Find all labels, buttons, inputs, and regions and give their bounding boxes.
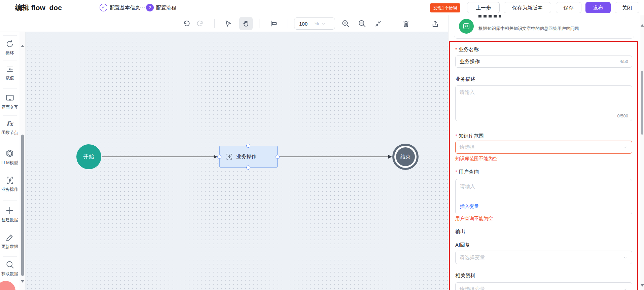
step-connector-dots — [137, 7, 145, 8]
insert-variable-link[interactable]: 插入变量 — [460, 204, 479, 210]
plus-icon — [5, 206, 14, 215]
zoom-in-button[interactable] — [341, 19, 350, 28]
zoom-level-control: % — [294, 17, 335, 30]
connection-handle-top[interactable] — [246, 144, 250, 148]
palette-separator — [3, 61, 17, 61]
undo-button[interactable] — [181, 19, 191, 28]
palette-item-loop[interactable]: 循环 — [0, 40, 20, 56]
palette-item-ui-interaction[interactable]: 界面交互 — [0, 94, 20, 110]
scroll-down-icon[interactable] — [21, 280, 24, 283]
bolt-square-icon — [225, 153, 233, 160]
prev-step-button[interactable]: 上一步 — [467, 2, 500, 13]
palette-separator — [3, 144, 17, 144]
collapse-icon[interactable] — [622, 17, 626, 21]
palette-item-assign[interactable]: 赋值 — [0, 65, 20, 81]
toolbar-separator — [391, 19, 391, 28]
char-counter: 0/500 — [617, 113, 628, 118]
pan-tool-button[interactable] — [239, 17, 253, 30]
save-as-new-version-button[interactable]: 保存为新版本 — [504, 2, 551, 13]
knowledge-node-icon — [459, 19, 474, 34]
kb-scope-error: 知识库范围不能为空 — [455, 156, 498, 162]
palette-item-update-data[interactable]: 更新数据 — [0, 233, 20, 250]
business-name-field: 4/50 — [455, 56, 632, 68]
step1-label: 配置基本信息 — [110, 5, 140, 11]
business-name-input[interactable] — [455, 56, 632, 68]
zoom-out-button[interactable] — [357, 19, 367, 28]
fx-icon: fx — [6, 120, 13, 128]
scroll-down-icon[interactable] — [641, 284, 644, 287]
publish-button[interactable]: 发布 — [585, 2, 611, 13]
bolt-square-icon — [5, 176, 14, 185]
edge-task-to-end — [280, 155, 392, 159]
palette-item-business-operation[interactable]: 业务操作 — [0, 176, 20, 192]
palette-separator — [3, 88, 17, 89]
close-button[interactable]: 关闭 — [615, 2, 639, 13]
section-divider — [450, 222, 637, 222]
palette-item-llm-model[interactable]: LLM模型 — [0, 149, 20, 166]
node-end[interactable]: 结束 — [392, 144, 419, 170]
related-docs-select[interactable]: 请选择变量 — [455, 282, 632, 290]
zoom-input[interactable] — [294, 21, 312, 27]
business-name-label: 业务名称 — [455, 46, 479, 53]
related-docs-label: 相关资料 — [455, 273, 475, 279]
end-node-ring: 结束 — [394, 146, 417, 168]
palette-item-create-data[interactable]: 创建数据 — [0, 206, 20, 223]
chevron-down-icon[interactable] — [321, 22, 326, 26]
palette-separator — [3, 200, 17, 201]
align-button[interactable] — [269, 19, 278, 28]
node-start[interactable]: 开始 — [76, 144, 101, 169]
kb-scope-select[interactable]: 请选择 — [455, 141, 632, 154]
section-divider — [450, 129, 637, 129]
connection-handle-left[interactable] — [217, 155, 221, 159]
node-business-operation[interactable]: 业务操作 — [219, 146, 278, 168]
node-config-panel: 根据知识库中相关知识文章中的信息回答用户的问题 业务名称 4/50 业务描述 0… — [448, 15, 644, 290]
palette-item-get-data[interactable]: 获取数据 — [0, 260, 20, 277]
node-label: 业务操作 — [236, 153, 256, 160]
search-icon — [5, 260, 14, 269]
toolbar-separator — [259, 19, 259, 28]
palette-separator — [3, 229, 17, 229]
toolbar-separator — [287, 19, 287, 28]
page-title: 编辑 flow_doc — [15, 3, 62, 12]
palette-scrollbar[interactable] — [20, 32, 26, 290]
business-desc-textarea[interactable] — [455, 85, 632, 121]
redo-icon — [196, 20, 205, 28]
export-icon — [431, 20, 439, 28]
chevron-down-icon — [623, 287, 628, 290]
user-query-input[interactable]: 请输入 插入变量 — [455, 179, 632, 214]
char-counter: 4/50 — [620, 59, 628, 64]
arrowhead — [388, 155, 392, 159]
node-type-description: 根据知识库中相关知识文章中的信息回答用户的问题 — [478, 26, 627, 32]
redo-button[interactable] — [196, 19, 205, 28]
canvas-toolbar: % — [0, 15, 448, 32]
export-button[interactable] — [430, 19, 440, 28]
business-desc-label: 业务描述 — [455, 76, 475, 82]
top-header: 编辑 flow_doc ✓ 配置基本信息 2 配置流程 发现1个错误 上一步 保… — [0, 0, 644, 15]
undo-icon — [182, 20, 190, 28]
screen-icon — [5, 94, 14, 103]
pencil-icon — [5, 233, 14, 242]
loop-icon — [5, 40, 14, 48]
save-button[interactable]: 保存 — [556, 2, 581, 13]
delete-button[interactable] — [401, 19, 410, 28]
connection-handle-bottom[interactable] — [246, 166, 250, 170]
step2-label: 配置流程 — [156, 5, 176, 11]
fit-view-button[interactable] — [373, 19, 383, 28]
scroll-up-icon[interactable] — [641, 24, 644, 27]
llm-icon — [5, 149, 14, 158]
palette-scrollbar-thumb[interactable] — [21, 135, 24, 276]
error-count-badge[interactable]: 发现1个错误 — [430, 3, 460, 12]
palette-separator — [3, 35, 17, 36]
check-icon: ✓ — [102, 5, 105, 10]
scroll-up-icon[interactable] — [21, 45, 24, 47]
hand-icon — [242, 20, 250, 28]
panel-scrollbar-thumb[interactable] — [641, 71, 643, 135]
arrowhead — [214, 155, 217, 159]
palette-item-function-node[interactable]: fx 函数节点 — [0, 120, 20, 136]
panel-scrollbar[interactable] — [640, 15, 644, 290]
connection-handle-right[interactable] — [276, 155, 280, 159]
output-section-title: 输出 — [455, 228, 465, 235]
ai-reply-select[interactable]: 请选择变量 — [455, 251, 632, 264]
select-tool-button[interactable] — [223, 19, 233, 28]
step1-circle: ✓ — [100, 4, 107, 11]
